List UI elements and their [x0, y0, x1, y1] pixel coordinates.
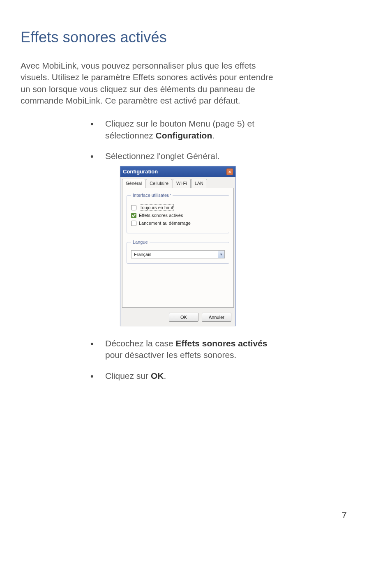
page-title: Effets sonores activés	[21, 29, 367, 46]
step-4-bold: OK	[151, 371, 164, 380]
step-3-text-c: pour désactiver les effets sonores.	[105, 350, 236, 360]
language-dropdown[interactable]: Français ▾	[131, 250, 225, 258]
dialog-titlebar: Configuration ×	[120, 166, 235, 177]
checkbox-always-on-top-label: Toujours en haut	[139, 204, 174, 211]
step-2: Sélectionnez l'onglet Général. Configura…	[90, 150, 284, 326]
step-2-text: Sélectionnez l'onglet Général.	[105, 151, 219, 161]
chevron-down-icon: ▾	[218, 251, 224, 258]
step-4-text-c: .	[164, 371, 166, 380]
checkbox-sound-effects[interactable]: Effets sonores activés	[131, 212, 225, 219]
ok-button[interactable]: OK	[169, 313, 198, 322]
intro-paragraph: Avec MobiLink, vous pouvez personnaliser…	[21, 60, 275, 106]
step-4-text-a: Cliquez sur	[105, 371, 151, 380]
tab-general[interactable]: Général	[122, 179, 145, 188]
tab-lan[interactable]: LAN	[191, 179, 207, 188]
instruction-list: Cliquez sur le bouton Menu (page 5) et s…	[90, 118, 284, 382]
configuration-dialog: Configuration × Général Cellulaire Wi-Fi…	[120, 166, 236, 326]
step-3: Décochez la case Effets sonores activés …	[90, 338, 284, 361]
step-1: Cliquez sur le bouton Menu (page 5) et s…	[90, 118, 284, 141]
close-icon: ×	[228, 170, 231, 174]
page-number: 7	[342, 510, 347, 521]
checkbox-always-on-top[interactable]: Toujours en haut	[131, 204, 225, 211]
checkbox-always-on-top-input[interactable]	[131, 205, 136, 210]
dialog-title: Configuration	[123, 168, 158, 175]
group-language-legend: Langue	[131, 239, 150, 245]
step-3-text-a: Décochez la case	[105, 339, 176, 348]
step-4: Cliquez sur OK.	[90, 370, 284, 382]
tab-wifi[interactable]: Wi-Fi	[173, 179, 191, 188]
tab-cellular[interactable]: Cellulaire	[146, 179, 172, 188]
tab-panel-general: Interface utilisateur Toujours en haut E…	[122, 188, 234, 308]
group-interface: Interface utilisateur Toujours en haut E…	[127, 192, 229, 233]
step-1-bold: Configuration	[156, 131, 212, 140]
checkbox-launch-startup[interactable]: Lancement au démarrage	[131, 220, 225, 226]
step-1-text-c: .	[212, 131, 214, 140]
group-interface-legend: Interface utilisateur	[131, 192, 173, 198]
step-3-bold: Effets sonores activés	[176, 339, 267, 348]
close-button[interactable]: ×	[226, 168, 233, 175]
checkbox-launch-startup-label: Lancement au démarrage	[139, 220, 191, 226]
dialog-button-row: OK Annuler	[120, 309, 235, 326]
checkbox-launch-startup-input[interactable]	[131, 221, 136, 226]
checkbox-sound-effects-input[interactable]	[131, 213, 136, 218]
tab-bar: Général Cellulaire Wi-Fi LAN	[122, 179, 234, 188]
checkbox-sound-effects-label: Effets sonores activés	[139, 212, 183, 219]
language-value: Français	[134, 251, 151, 258]
cancel-button[interactable]: Annuler	[202, 313, 231, 322]
group-language: Langue Français ▾	[127, 239, 229, 264]
